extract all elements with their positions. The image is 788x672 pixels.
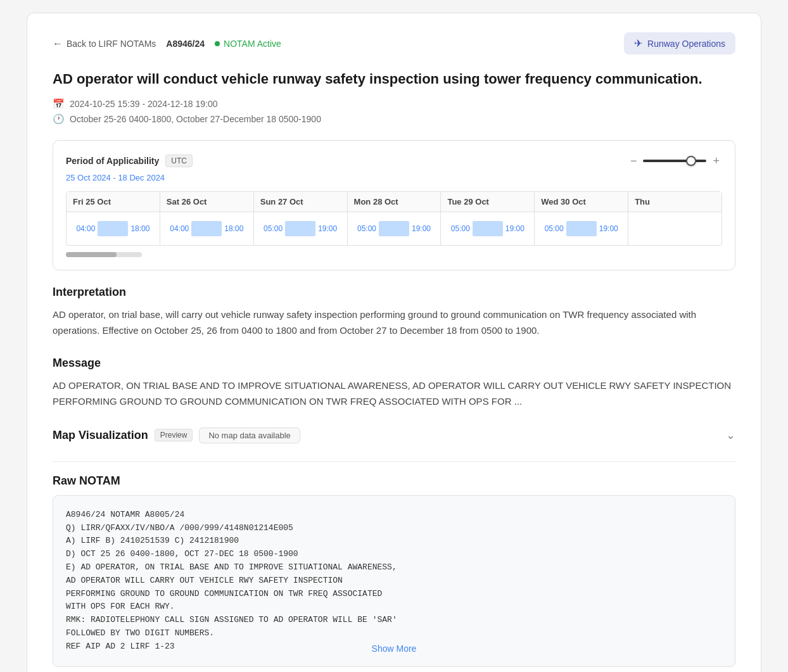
timeline: Fri 25 Oct 04:00 18:00 Sat 26 Oct 04:00 … [66,191,722,246]
message-section: Message AD OPERATOR, ON TRIAL BASE AND T… [53,357,735,410]
message-title: Message [53,357,735,370]
start-time-wed: 05:00 [545,224,564,233]
clock-icon: 🕐 [53,113,65,125]
start-time-fri: 04:00 [76,224,95,233]
preview-badge: Preview [155,429,193,441]
raw-notam-content: A8946/24 NOTAMR A8005/24 Q) LIRR/QFAXX/I… [66,509,722,654]
back-label: Back to LIRF NOTAMs [67,39,156,49]
timeline-scrollbar-track [66,252,142,257]
day-body-sun: 05:00 19:00 [254,212,347,245]
start-time-tue: 05:00 [451,224,470,233]
end-time-wed: 19:00 [599,224,618,233]
timeline-wrapper: Fri 25 Oct 04:00 18:00 Sat 26 Oct 04:00 … [66,191,722,257]
status-dot-icon [215,41,220,46]
end-time-fri: 18:00 [130,224,149,233]
end-time-mon: 19:00 [412,224,431,233]
day-col-wed: Wed 30 Oct 05:00 19:00 [535,192,628,245]
zoom-out-button[interactable]: − [628,153,640,169]
page-container: ← Back to LIRF NOTAMs A8946/24 NOTAM Act… [27,13,761,672]
interpretation-section: Interpretation AD operator, on trial bas… [53,286,735,339]
timeline-scrollbar-thumb[interactable] [66,252,117,257]
start-time-sat: 04:00 [170,224,189,233]
status-badge: NOTAM Active [215,39,281,49]
day-header-tue: Tue 29 Oct [441,192,534,212]
message-text: AD OPERATOR, ON TRIAL BASE AND TO IMPROV… [53,377,735,410]
zoom-slider[interactable] [643,160,706,162]
day-body-sat: 04:00 18:00 [160,212,253,245]
zoom-in-button[interactable]: + [710,153,722,169]
runway-ops-label: Runway Operations [647,39,725,49]
bar-sun [285,221,315,236]
period-label: Period of Applicability [66,156,159,166]
day-col-tue: Tue 29 Oct 05:00 19:00 [441,192,535,245]
zoom-controls: − + [628,153,722,169]
day-body-mon: 05:00 19:00 [348,212,441,245]
end-time-sun: 19:00 [318,224,337,233]
card-header-left: Period of Applicability UTC [66,155,193,167]
day-header-sat: Sat 26 Oct [160,192,253,212]
bar-wed [566,221,597,236]
day-body-wed: 05:00 19:00 [535,212,628,245]
day-header-thu: Thu [628,192,721,212]
applicability-date-range: 25 Oct 2024 - 18 Dec 2024 [66,173,722,182]
nav-left: ← Back to LIRF NOTAMs A8946/24 NOTAM Act… [53,38,281,49]
day-col-fri: Fri 25 Oct 04:00 18:00 [67,192,160,245]
bar-sat [191,221,222,236]
divider [53,461,735,462]
date-range-text: 2024-10-25 15:39 - 2024-12-18 19:00 [70,99,218,109]
start-time-mon: 05:00 [357,224,376,233]
raw-notam-box: A8946/24 NOTAMR A8005/24 Q) LIRR/QFAXX/I… [53,495,735,667]
notam-id: A8946/24 [166,39,205,49]
no-map-badge: No map data available [199,428,300,443]
map-header-left: Map Visualization Preview No map data av… [53,428,300,443]
utc-badge: UTC [165,155,193,167]
day-header-sun: Sun 27 Oct [254,192,347,212]
end-time-sat: 18:00 [224,224,243,233]
map-visualization-section: Map Visualization Preview No map data av… [53,428,735,443]
applicability-card: Period of Applicability UTC − + 25 Oct 2… [53,140,735,270]
day-col-sun: Sun 27 Oct 05:00 19:00 [254,192,348,245]
date-range-row: 📅 2024-10-25 15:39 - 2024-12-18 19:00 [53,98,735,110]
back-arrow-icon: ← [53,38,63,49]
top-nav: ← Back to LIRF NOTAMs A8946/24 NOTAM Act… [53,32,735,54]
status-label: NOTAM Active [224,39,281,49]
show-more-button[interactable]: Show More [372,643,417,654]
day-col-mon: Mon 28 Oct 05:00 19:00 [348,192,442,245]
start-time-sun: 05:00 [264,224,283,233]
day-header-wed: Wed 30 Oct [535,192,628,212]
day-header-fri: Fri 25 Oct [67,192,160,212]
map-header[interactable]: Map Visualization Preview No map data av… [53,428,735,443]
bar-tue [473,221,503,236]
schedule-text: October 25-26 0400-1800, October 27-Dece… [70,114,321,124]
chevron-down-icon: ⌄ [726,428,735,442]
main-title: AD operator will conduct vehicle runway … [53,70,735,89]
day-body-fri: 04:00 18:00 [67,212,160,245]
bar-fri [98,221,128,236]
schedule-row: 🕐 October 25-26 0400-1800, October 27-De… [53,113,735,125]
day-body-thu [628,212,721,245]
runway-ops-button[interactable]: ✈ Runway Operations [624,32,735,54]
card-header: Period of Applicability UTC − + [66,153,722,169]
calendar-icon: 📅 [53,98,65,110]
day-body-tue: 05:00 19:00 [441,212,534,245]
day-col-thu: Thu [628,192,721,245]
bar-mon [379,221,409,236]
interpretation-title: Interpretation [53,286,735,299]
raw-notam-title: Raw NOTAM [53,474,735,488]
interpretation-text: AD operator, on trial base, will carry o… [53,307,735,339]
map-title: Map Visualization [53,429,148,442]
end-time-tue: 19:00 [505,224,524,233]
back-link[interactable]: ← Back to LIRF NOTAMs [53,38,156,49]
day-col-sat: Sat 26 Oct 04:00 18:00 [160,192,254,245]
day-header-mon: Mon 28 Oct [348,192,441,212]
raw-notam-section: Raw NOTAM A8946/24 NOTAMR A8005/24 Q) LI… [53,474,735,667]
runway-icon: ✈ [634,37,642,49]
